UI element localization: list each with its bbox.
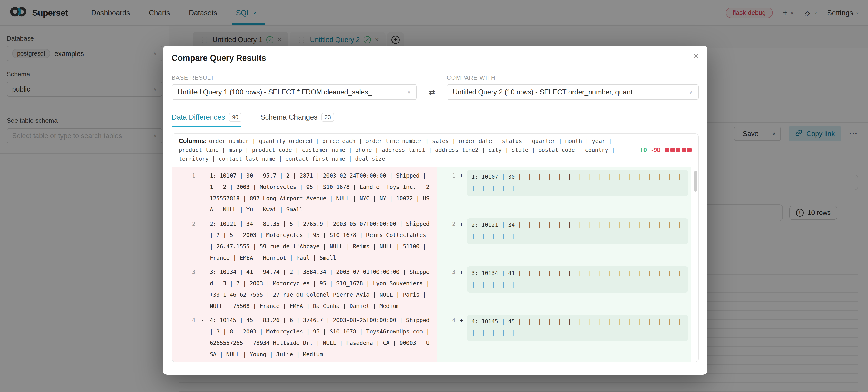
swap-queries-icon[interactable]: ⇄ (417, 84, 446, 100)
diff-blocks-indicator (665, 148, 691, 152)
base-result-select[interactable]: Untitled Query 1 (100 rows) - SELECT * F… (172, 84, 417, 100)
diff-added-cell: 1+1: 10107 | 30 | | | | | | | | | | | | … (437, 167, 691, 216)
compare-query-results-modal: Compare Query Results ✕ BASE RESULT Unti… (163, 46, 708, 375)
added-sign: + (455, 170, 467, 216)
diff-body: 1-1: 10107 | 30 | 95.7 | 2 | 2871 | 2003… (172, 167, 698, 362)
diff-row: 4-4: 10145 | 45 | 83.26 | 6 | 3746.7 | 2… (172, 312, 698, 360)
base-result-label: BASE RESULT (172, 75, 417, 81)
added-sign: + (455, 218, 467, 264)
added-row-text: 4: 10145 | 45 | | | | | | | | | | | | | … (467, 315, 688, 340)
tab-label: Data Differences (172, 113, 225, 121)
chevron-down-icon: ∨ (407, 89, 411, 95)
added-sign (455, 362, 467, 362)
removed-count: -90 (651, 146, 660, 153)
removed-block-icon (687, 148, 691, 152)
diff-row (172, 360, 698, 362)
removed-row-text (210, 362, 430, 362)
added-row-text: 1: 10107 | 30 | | | | | | | | | | | | | … (467, 170, 688, 196)
diff-scrollbar-thumb[interactable] (694, 170, 697, 192)
columns-label: Columns: (179, 138, 207, 144)
diff-row: 2-2: 10121 | 34 | 81.35 | 5 | 2765.9 | 2… (172, 215, 698, 263)
line-number: 4 (437, 315, 456, 360)
diff-container: Columns:order_number | quantity_ordered … (172, 133, 699, 362)
app-root: Superset Dashboards Charts Datasets SQL … (0, 0, 868, 392)
removed-block-icon (671, 148, 675, 152)
base-result-value: Untitled Query 1 (100 rows) - SELECT * F… (178, 88, 378, 96)
removed-sign: - (195, 267, 210, 312)
compare-with-column: COMPARE WITH Untitled Query 2 (10 rows) … (447, 75, 699, 100)
diff-removed-cell (172, 360, 437, 362)
line-number: 3 (437, 267, 456, 312)
line-number: 2 (437, 218, 456, 264)
diff-columns-header: Columns:order_number | quantity_ordered … (172, 134, 698, 167)
tab-count-badge: 90 (229, 113, 242, 122)
modal-tabs: Data Differences 90 Schema Changes 23 (172, 109, 699, 127)
line-number: 4 (172, 315, 195, 360)
added-row-text: 2: 10121 | 34 | | | | | | | | | | | | | … (467, 218, 688, 244)
tab-data-differences[interactable]: Data Differences 90 (172, 109, 242, 127)
line-number: 2 (172, 218, 195, 264)
removed-block-icon (682, 148, 686, 152)
line-number: 1 (172, 170, 195, 216)
columns-list: order_number | quantity_ordered | price_… (179, 138, 615, 162)
diff-removed-cell: 1-1: 10107 | 30 | 95.7 | 2 | 2871 | 2003… (172, 167, 437, 216)
compare-with-label: COMPARE WITH (447, 75, 699, 81)
added-sign: + (455, 267, 467, 312)
diff-row: 1-1: 10107 | 30 | 95.7 | 2 | 2871 | 2003… (172, 167, 698, 216)
chevron-down-icon: ∨ (689, 89, 692, 95)
line-number (172, 362, 195, 362)
active-tab-underline (172, 126, 242, 127)
line-number (437, 362, 456, 362)
modal-title: Compare Query Results (172, 53, 699, 63)
added-count: +0 (640, 146, 647, 153)
tab-count-badge: 23 (321, 113, 334, 122)
tab-label: Schema Changes (260, 113, 318, 121)
removed-sign: - (195, 315, 210, 360)
diff-added-cell (437, 360, 691, 362)
compare-with-value: Untitled Query 2 (10 rows) - SELECT orde… (453, 88, 638, 96)
line-number: 3 (172, 267, 195, 312)
removed-row-text: 2: 10121 | 34 | 81.35 | 5 | 2765.9 | 200… (210, 218, 430, 264)
tab-schema-changes[interactable]: Schema Changes 23 (260, 109, 334, 127)
removed-row-text: 1: 10107 | 30 | 95.7 | 2 | 2871 | 2003-0… (210, 170, 430, 216)
added-row-text (467, 362, 688, 362)
removed-sign: - (195, 170, 210, 216)
removed-row-text: 4: 10145 | 45 | 83.26 | 6 | 3746.7 | 200… (210, 315, 430, 360)
diff-stats: +0 -90 (640, 146, 691, 153)
line-number: 1 (437, 170, 456, 216)
diff-added-cell: 2+2: 10121 | 34 | | | | | | | | | | | | … (437, 215, 691, 263)
close-icon[interactable]: ✕ (693, 52, 699, 60)
diff-row: 3-3: 10134 | 41 | 94.74 | 2 | 3884.34 | … (172, 263, 698, 312)
diff-added-cell: 4+4: 10145 | 45 | | | | | | | | | | | | … (437, 312, 691, 360)
diff-added-cell: 3+3: 10134 | 41 | | | | | | | | | | | | … (437, 263, 691, 312)
base-result-column: BASE RESULT Untitled Query 1 (100 rows) … (172, 75, 417, 100)
removed-block-icon (676, 148, 680, 152)
diff-removed-cell: 3-3: 10134 | 41 | 94.74 | 2 | 3884.34 | … (172, 263, 437, 312)
diff-removed-cell: 4-4: 10145 | 45 | 83.26 | 6 | 3746.7 | 2… (172, 312, 437, 360)
removed-block-icon (665, 148, 669, 152)
diff-columns: Columns:order_number | quantity_ordered … (179, 137, 620, 164)
compare-selects-row: BASE RESULT Untitled Query 1 (100 rows) … (172, 75, 699, 100)
compare-with-select[interactable]: Untitled Query 2 (10 rows) - SELECT orde… (447, 84, 699, 100)
diff-removed-cell: 2-2: 10121 | 34 | 81.35 | 5 | 2765.9 | 2… (172, 215, 437, 263)
removed-sign (195, 362, 210, 362)
added-row-text: 3: 10134 | 41 | | | | | | | | | | | | | … (467, 267, 688, 292)
added-sign: + (455, 315, 467, 360)
removed-sign: - (195, 218, 210, 264)
removed-row-text: 3: 10134 | 41 | 94.74 | 2 | 3884.34 | 20… (210, 267, 430, 312)
